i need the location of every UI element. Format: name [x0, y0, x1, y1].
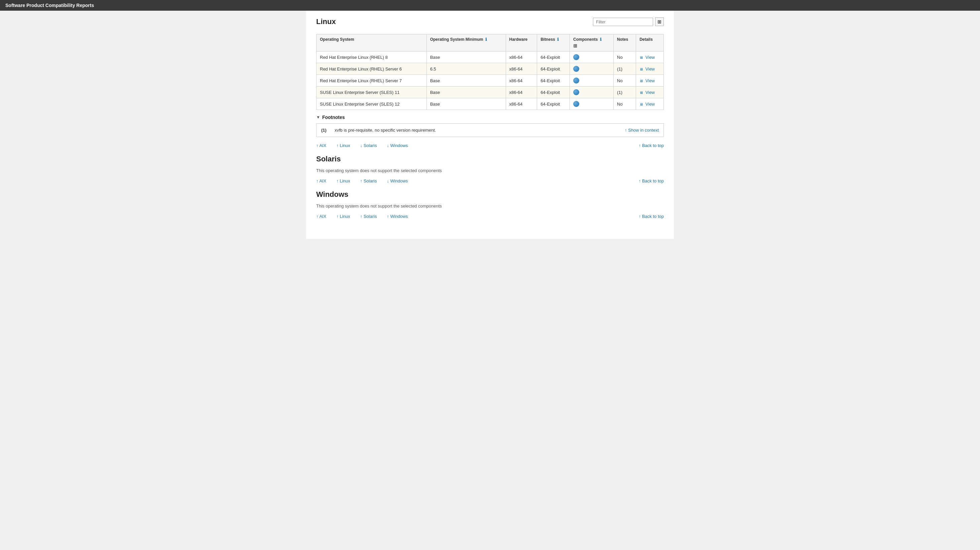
app-title: Software Product Compatibility Reports — [5, 3, 94, 8]
linux-nav-linux[interactable]: ↑ Linux — [336, 143, 350, 148]
cell-bitness: 64-Exploit — [537, 51, 570, 63]
view-icon: 🖥 — [640, 91, 643, 95]
view-icon: 🖥 — [640, 79, 643, 83]
windows-nav-solaris[interactable]: ↑ Solaris — [360, 214, 377, 219]
linux-filter-row: ⊞ — [593, 17, 664, 26]
col-header-os-min: Operating System Minimum ℹ — [426, 34, 506, 51]
solaris-section: Solaris This operating system does not s… — [316, 155, 664, 183]
components-info-icon[interactable]: ℹ — [600, 37, 601, 42]
table-row: Red Hat Enterprise Linux (RHEL) Server 7… — [317, 75, 664, 87]
solaris-section-title: Solaris — [316, 155, 664, 164]
solaris-nav-aix-up-icon: ↑ — [316, 178, 319, 183]
cell-os-min: Base — [426, 98, 506, 110]
col-header-bitness: Bitness ℹ — [537, 34, 570, 51]
col-header-components: Components ℹ ⊞ — [570, 34, 614, 51]
footnotes-label: Footnotes — [322, 114, 345, 120]
cell-os: Red Hat Enterprise Linux (RHEL) Server 7 — [317, 75, 427, 87]
cell-details[interactable]: 🖥 View — [636, 75, 664, 87]
view-link[interactable]: 🖥 View — [640, 90, 655, 95]
main-content: Linux ⊞ Operating System Operating Syste… — [306, 11, 674, 239]
cell-details[interactable]: 🖥 View — [636, 98, 664, 110]
solaris-nav-solaris[interactable]: ↑ Solaris — [360, 178, 377, 183]
linux-nav-aix[interactable]: ↑ AIX — [316, 143, 326, 148]
linux-back-to-top[interactable]: ↑ Back to top — [639, 143, 664, 148]
cell-os: Red Hat Enterprise Linux (RHEL) Server 6 — [317, 63, 427, 75]
cell-details[interactable]: 🖥 View — [636, 87, 664, 98]
linux-compat-table: Operating System Operating System Minimu… — [316, 34, 664, 110]
component-dot-icon — [573, 66, 579, 72]
view-link[interactable]: 🖥 View — [640, 55, 655, 60]
solaris-nav-windows-down-icon: ↓ — [387, 178, 390, 183]
linux-section-title: Linux — [316, 17, 336, 26]
cell-details[interactable]: 🖥 View — [636, 51, 664, 63]
windows-nav-aix-up-icon: ↑ — [316, 214, 319, 219]
linux-nav-solaris-down-icon: ↓ — [360, 143, 364, 148]
linux-section: Linux ⊞ Operating System Operating Syste… — [316, 17, 664, 148]
solaris-nav-linux[interactable]: ↑ Linux — [336, 178, 350, 183]
cell-os-min: 6.5 — [426, 63, 506, 75]
windows-nav-windows[interactable]: ↑ Windows — [387, 214, 408, 219]
windows-nav-solaris-up-icon: ↑ — [360, 214, 364, 219]
view-icon: 🖥 — [640, 56, 643, 59]
filter-grid-button[interactable]: ⊞ — [655, 17, 664, 26]
col-header-os: Operating System — [317, 34, 427, 51]
component-dot-icon — [573, 78, 579, 84]
cell-os: SUSE Linux Enterprise Server (SLES) 12 — [317, 98, 427, 110]
cell-components — [570, 51, 614, 63]
table-row: SUSE Linux Enterprise Server (SLES) 11Ba… — [317, 87, 664, 98]
solaris-description: This operating system does not support t… — [316, 168, 664, 173]
cell-bitness: 64-Exploit — [537, 75, 570, 87]
solaris-back-to-top[interactable]: ↑ Back to top — [639, 178, 664, 183]
components-filter-icon[interactable]: ⊞ — [573, 43, 610, 48]
linux-filter-input[interactable] — [593, 18, 653, 26]
view-link[interactable]: 🖥 View — [640, 67, 655, 72]
footnote-text: xvfb is pre-requisite, no specific versi… — [334, 128, 621, 133]
cell-hardware: x86-64 — [506, 87, 537, 98]
cell-bitness: 64-Exploit — [537, 87, 570, 98]
solaris-nav-windows[interactable]: ↓ Windows — [387, 178, 408, 183]
cell-bitness: 64-Exploit — [537, 98, 570, 110]
windows-back-to-top[interactable]: ↑ Back to top — [639, 214, 664, 219]
table-row: Red Hat Enterprise Linux (RHEL) Server 6… — [317, 63, 664, 75]
solaris-nav-links-row: ↑ AIX ↑ Linux ↑ Solaris ↓ Windows ↑ Back… — [316, 178, 664, 183]
view-link[interactable]: 🖥 View — [640, 78, 655, 83]
windows-nav-linux[interactable]: ↑ Linux — [336, 214, 350, 219]
windows-nav-windows-up-icon: ↑ — [387, 214, 390, 219]
linux-footnotes: ▼ Footnotes (1) xvfb is pre-requisite, n… — [316, 114, 664, 137]
cell-components — [570, 98, 614, 110]
col-header-details: Details — [636, 34, 664, 51]
linux-nav-linux-up-icon: ↑ — [336, 143, 340, 148]
windows-nav-aix[interactable]: ↑ AIX — [316, 214, 326, 219]
view-icon: 🖥 — [640, 102, 643, 106]
cell-components — [570, 63, 614, 75]
component-dot-icon — [573, 101, 579, 107]
solaris-back-top-arrow-icon: ↑ — [639, 178, 642, 183]
cell-os: SUSE Linux Enterprise Server (SLES) 11 — [317, 87, 427, 98]
solaris-nav-linux-up-icon: ↑ — [336, 178, 340, 183]
footnotes-header[interactable]: ▼ Footnotes — [316, 114, 664, 120]
col-header-notes: Notes — [614, 34, 636, 51]
cell-hardware: x86-64 — [506, 98, 537, 110]
linux-nav-solaris[interactable]: ↓ Solaris — [360, 143, 377, 148]
solaris-nav-aix[interactable]: ↑ AIX — [316, 178, 326, 183]
cell-details[interactable]: 🖥 View — [636, 63, 664, 75]
col-header-hardware: Hardware — [506, 34, 537, 51]
cell-os: Red Hat Enterprise Linux (RHEL) 8 — [317, 51, 427, 63]
linux-nav-links-row: ↑ AIX ↑ Linux ↓ Solaris ↓ Windows ↑ Back… — [316, 143, 664, 148]
show-in-context-link[interactable]: ↑ Show in context — [625, 128, 659, 133]
linux-nav-windows[interactable]: ↓ Windows — [387, 143, 408, 148]
table-row: Red Hat Enterprise Linux (RHEL) 8Basex86… — [317, 51, 664, 63]
view-icon: 🖥 — [640, 67, 643, 71]
linux-nav-aix-up-icon: ↑ — [316, 143, 319, 148]
component-dot-icon — [573, 54, 579, 60]
linux-back-top-arrow-icon: ↑ — [639, 143, 642, 148]
cell-os-min: Base — [426, 87, 506, 98]
linux-nav-windows-down-icon: ↓ — [387, 143, 390, 148]
cell-notes: No — [614, 75, 636, 87]
view-link[interactable]: 🖥 View — [640, 102, 655, 107]
cell-os-min: Base — [426, 75, 506, 87]
cell-notes: No — [614, 51, 636, 63]
table-row: SUSE Linux Enterprise Server (SLES) 12Ba… — [317, 98, 664, 110]
bitness-info-icon[interactable]: ℹ — [557, 37, 559, 42]
os-min-info-icon[interactable]: ℹ — [485, 37, 487, 42]
